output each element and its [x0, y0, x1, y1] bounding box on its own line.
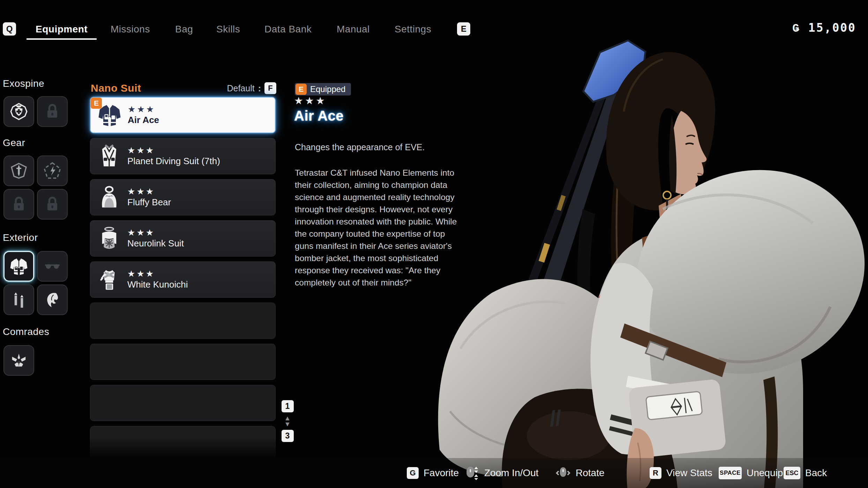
slot-exterior-glasses[interactable] [37, 251, 68, 282]
tab-skills[interactable]: Skills [216, 24, 240, 35]
page-total-key-icon[interactable]: 3 [282, 430, 294, 442]
mouse-wheel-icon [464, 465, 479, 481]
detail-summary: Changes the appearance of EVE. [295, 142, 425, 152]
tab-data-bank[interactable]: Data Bank [264, 24, 312, 35]
list-item-white-kunoichi[interactable]: ★★★ White Kunoichi [90, 261, 276, 298]
slot-gear-2[interactable] [37, 155, 68, 186]
list-item-empty-4[interactable] [90, 426, 276, 462]
attack-gear-icon [9, 161, 29, 181]
equipped-badge-icon: E [91, 98, 102, 109]
list-item-planet-diving-suit[interactable]: ★★★ Planet Diving Suit (7th) [90, 138, 276, 174]
prev-menu-key-icon[interactable]: Q [3, 22, 16, 36]
gold-amount: 15,000 [808, 21, 856, 35]
lock-icon [9, 195, 29, 214]
slot-gear-3-locked[interactable] [3, 189, 34, 220]
slot-comrades-drone[interactable] [3, 345, 34, 376]
slot-gear-1[interactable] [3, 155, 34, 186]
list-item-empty-1[interactable] [90, 303, 276, 339]
dress-item-icon [97, 226, 122, 251]
default-label: Default [227, 83, 254, 93]
section-label-exterior: Exterior [3, 232, 38, 243]
ui-layer: Q Equipment Missions Bag Skills Data Ban… [0, 0, 868, 488]
tab-equipment[interactable]: Equipment [36, 24, 88, 35]
default-reset-hint[interactable]: Default : F [216, 82, 276, 94]
esc-key-icon: ESC [784, 467, 800, 479]
item-name: Air Ace [128, 115, 159, 125]
list-pager: 1 ▲ ▼ 3 [280, 400, 294, 442]
mouse-rotate-icon [555, 465, 571, 481]
slot-exterior-nano-suit[interactable] [3, 251, 34, 282]
detail-stars: ★★★ [294, 95, 327, 107]
exospine-emblem-icon [9, 102, 29, 121]
bear-suit-item-icon [97, 185, 122, 210]
zoom-action[interactable]: Zoom In/Out [464, 458, 539, 488]
page-current-key-icon[interactable]: 1 [282, 400, 294, 412]
slot-exterior-earrings[interactable] [3, 284, 34, 315]
equipped-key-icon: E [295, 84, 307, 95]
back-action[interactable]: ESC Back [784, 458, 827, 488]
default-key-icon: F [264, 82, 276, 94]
view-stats-label: View Stats [666, 467, 712, 479]
rotate-label: Rotate [576, 467, 605, 479]
top-nav: Q Equipment Missions Bag Skills Data Ban… [0, 0, 868, 43]
energy-gear-icon [43, 161, 62, 181]
tab-manual[interactable]: Manual [337, 24, 370, 35]
equipment-screen: Q Equipment Missions Bag Skills Data Ban… [0, 0, 868, 488]
slot-exospine-1[interactable] [3, 96, 34, 127]
tab-bag[interactable]: Bag [175, 24, 193, 35]
glasses-icon [43, 257, 62, 276]
detail-item-title: Air Ace [294, 108, 344, 124]
view-stats-key-icon: R [650, 467, 661, 479]
zoom-label: Zoom In/Out [484, 467, 539, 479]
lock-icon [43, 102, 62, 121]
next-menu-key-icon[interactable]: E [457, 22, 470, 36]
bottom-action-bar: G Favorite Zoom In/Out Rotate [0, 458, 868, 488]
item-stars: ★★★ [127, 146, 220, 155]
back-label: Back [805, 467, 827, 479]
list-item-empty-2[interactable] [90, 344, 276, 380]
section-label-exospine: Exospine [3, 78, 44, 89]
item-name: Planet Diving Suit (7th) [127, 156, 220, 166]
unequip-label: Unequip [747, 467, 783, 479]
list-item-empty-3[interactable] [90, 385, 276, 421]
list-item-neurolink-suit[interactable]: ★★★ Neurolink Suit [90, 220, 276, 257]
favorite-action[interactable]: G Favorite [407, 458, 459, 488]
section-label-gear: Gear [3, 137, 25, 148]
earrings-icon [9, 290, 29, 310]
default-separator: : [258, 83, 261, 93]
favorite-label: Favorite [424, 467, 459, 479]
list-item-fluffy-bear[interactable]: ★★★ Fluffy Bear [90, 179, 276, 215]
kunoichi-item-icon [97, 267, 122, 292]
gold-counter: Ǥ 15,000 [792, 21, 856, 35]
rotate-action[interactable]: Rotate [555, 458, 605, 488]
item-name: Neurolink Suit [127, 238, 184, 249]
item-stars: ★★★ [127, 187, 171, 196]
item-name: White Kunoichi [127, 280, 188, 290]
equipped-label: Equipped [310, 84, 345, 94]
list-title: Nano Suit [91, 82, 141, 94]
slot-exospine-2-locked[interactable] [37, 96, 68, 127]
lock-icon [43, 195, 62, 214]
drone-icon [9, 351, 29, 370]
view-stats-action[interactable]: R View Stats [650, 458, 712, 488]
tab-settings[interactable]: Settings [395, 24, 431, 35]
slot-gear-4-locked[interactable] [37, 189, 68, 220]
slot-exterior-hair[interactable] [37, 284, 68, 315]
item-name: Fluffy Bear [127, 197, 171, 207]
list-item-air-ace[interactable]: ★★★ Air Ace [90, 97, 276, 133]
nano-suit-icon [9, 257, 29, 276]
gold-symbol-icon: Ǥ [792, 21, 800, 35]
detail-description: Tetrastar C&T infused Nano Elements into… [295, 167, 462, 289]
page-down-arrow-icon[interactable]: ▼ [284, 421, 291, 427]
item-stars: ★★★ [127, 269, 188, 278]
section-label-comrades: Comrades [3, 326, 49, 337]
diving-suit-item-icon [97, 144, 122, 169]
hair-icon [43, 290, 62, 310]
space-key-icon: SPACE [719, 467, 742, 479]
favorite-key-icon: G [407, 467, 419, 479]
item-stars: ★★★ [128, 105, 159, 114]
item-stars: ★★★ [127, 228, 184, 237]
tab-missions[interactable]: Missions [111, 24, 150, 35]
unequip-action[interactable]: SPACE Unequip [719, 458, 783, 488]
equipped-status-badge: E Equipped [295, 83, 351, 96]
